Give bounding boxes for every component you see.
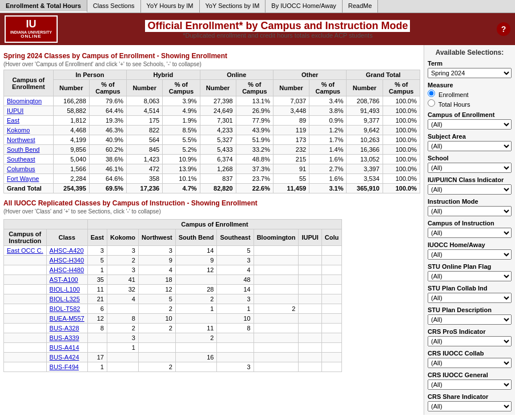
iupuicn-select[interactable]: (All)	[428, 184, 512, 195]
iupui-cell	[299, 285, 321, 294]
school-select[interactable]: (All)	[428, 163, 512, 173]
bloomington-cell: 2	[254, 304, 299, 314]
campus-cell[interactable]: East	[4, 116, 54, 126]
th-ip-pct: % ofCampus	[89, 80, 126, 96]
measure-enrollment-radio[interactable]	[428, 90, 435, 97]
stu-plan-select[interactable]: (All)	[428, 314, 512, 325]
campus-instruction-cell[interactable]	[4, 314, 47, 324]
gt-pct-cell: 100.0%	[383, 174, 420, 184]
campus-instruction-cell[interactable]	[4, 362, 47, 372]
crs-pros-select[interactable]: (All)	[428, 336, 512, 346]
class-cell[interactable]: BUS-A328	[46, 324, 87, 333]
crs-iuocc-general-select[interactable]: (All)	[428, 379, 512, 390]
crs-pros-label: CRS ProS Indicator	[428, 328, 512, 335]
campus-instruction-select[interactable]: (All)	[428, 228, 512, 238]
list-item: BUS-A339 3 2	[4, 333, 342, 343]
campus-instruction-cell[interactable]	[4, 324, 47, 333]
tab-by-iuocc-homeaway[interactable]: By IUOCC Home/Away	[265, 0, 343, 13]
instruction-mode-label: Instruction Mode	[428, 198, 512, 205]
measure-enrollment-label: Enrollment	[438, 91, 469, 98]
page-subtitle: *Duplicated enrollment and credit hours …	[63, 32, 492, 39]
hy-pct-cell: 13.9%	[163, 164, 200, 174]
crs-share-select[interactable]: (All)	[428, 401, 512, 411]
th-gt-pct: % ofCampus	[383, 80, 420, 96]
help-button[interactable]: ?	[497, 22, 510, 36]
iupui-cell	[299, 304, 321, 314]
instruction-mode-select[interactable]: (All)	[428, 206, 512, 216]
campus-cell[interactable]: South Bend	[4, 145, 54, 155]
campus-instruction-cell[interactable]	[4, 333, 47, 343]
measure-enrollment-radio-group: Enrollment	[428, 90, 512, 98]
southeast-cell	[217, 333, 254, 343]
campus-instruction-cell[interactable]	[4, 265, 47, 275]
southeast-cell: 10	[217, 314, 254, 324]
kokomo-cell: 3	[107, 333, 138, 343]
measure-totalhours-radio[interactable]	[428, 99, 435, 107]
ot-num-cell: 89	[273, 116, 309, 126]
class-cell[interactable]: AHSC-A420	[46, 246, 87, 256]
th-hybrid: Hybrid	[127, 70, 200, 80]
class-cell[interactable]: AHSC-H480	[46, 265, 87, 275]
ot-pct-cell: 1.4%	[309, 145, 347, 155]
campus-cell[interactable]: Kokomo	[4, 126, 54, 135]
term-select[interactable]: Spring 2024	[428, 68, 512, 78]
campus-instruction-cell[interactable]	[4, 275, 47, 285]
class-cell[interactable]: BUS-A339	[46, 333, 87, 343]
crs-iuocc-collab-select[interactable]: (All)	[428, 358, 512, 368]
campus-cell[interactable]: IUPUI	[4, 106, 54, 116]
campus-instruction-cell[interactable]	[4, 256, 47, 265]
class-cell[interactable]: BUS-A424	[46, 353, 87, 362]
stu-collab-select[interactable]: (All)	[428, 293, 512, 303]
class-cell[interactable]: BUS-A414	[46, 343, 87, 353]
southeast-cell	[217, 353, 254, 362]
tab-class-sections[interactable]: Class Sections	[87, 0, 141, 13]
class-cell[interactable]: BUS-F494	[46, 362, 87, 372]
class-cell[interactable]: BUEA-M557	[46, 314, 87, 324]
tab-yoy-sections-im[interactable]: YoY Sections by IM	[200, 0, 266, 13]
ip-num-cell: 166,288	[53, 96, 89, 106]
campus-instruction-cell[interactable]	[4, 353, 47, 362]
east-cell: 5	[87, 256, 107, 265]
campus-instruction-cell[interactable]	[4, 304, 47, 314]
campus-instruction-cell[interactable]	[4, 285, 47, 294]
class-cell[interactable]: BIOL-T582	[46, 304, 87, 314]
ip-num-cell: 4,468	[53, 126, 89, 135]
hy-pct-cell: 3.9%	[163, 96, 200, 106]
tab-readme[interactable]: ReadMe	[343, 0, 379, 13]
northwest-cell: 10	[138, 314, 175, 324]
total-ip-num: 254,395	[53, 184, 89, 193]
campus-cell[interactable]: Columbus	[4, 164, 54, 174]
tab-enrollment-total-hours[interactable]: Enrollment & Total Hours	[0, 0, 87, 13]
class-cell[interactable]: AST-A100	[46, 275, 87, 285]
southbend-cell: 9	[175, 256, 217, 265]
iuocc-table: Campus of Enrollment Campus ofInstructio…	[3, 219, 342, 372]
on-num-cell: 24,649	[200, 106, 236, 116]
campus-cell[interactable]: Fort Wayne	[4, 174, 54, 184]
east-cell: 35	[87, 275, 107, 285]
iupui-cell	[299, 362, 321, 372]
stu-online-select[interactable]: (All)	[428, 271, 512, 281]
th-blank	[4, 220, 88, 229]
crs-share-label: CRS Share Indicator	[428, 393, 512, 400]
class-cell[interactable]: BIOL-L325	[46, 294, 87, 304]
northwest-cell	[138, 353, 175, 362]
bottom-table-container[interactable]: Campus of Enrollment Campus ofInstructio…	[3, 217, 420, 372]
campus-cell[interactable]: Southeast	[4, 155, 54, 164]
iuocc-homeaway-select[interactable]: (All)	[428, 249, 512, 260]
campus-cell[interactable]: Northwest	[4, 135, 54, 145]
class-cell[interactable]: AHSC-H340	[46, 256, 87, 265]
campus-enroll-select[interactable]: (All)	[428, 119, 512, 130]
ot-num-cell: 232	[273, 145, 309, 155]
on-num-cell: 27,398	[200, 96, 236, 106]
ot-num-cell: 119	[273, 126, 309, 135]
campus-instruction-cell[interactable]: East OCC C.	[4, 246, 47, 256]
subject-area-select[interactable]: (All)	[428, 141, 512, 151]
campus-instruction-cell[interactable]	[4, 343, 47, 353]
southeast-cell: 3	[217, 294, 254, 304]
tab-yoy-hours-im[interactable]: YoY Hours by IM	[141, 0, 200, 13]
campus-cell[interactable]: Bloomington	[4, 96, 54, 106]
class-cell[interactable]: BIOL-L100	[46, 285, 87, 294]
campus-instruction-cell[interactable]	[4, 294, 47, 304]
campus-instruction-label: Campus of Instruction	[428, 220, 512, 227]
list-item: BIOL-L325 21 4 5 2 3	[4, 294, 342, 304]
